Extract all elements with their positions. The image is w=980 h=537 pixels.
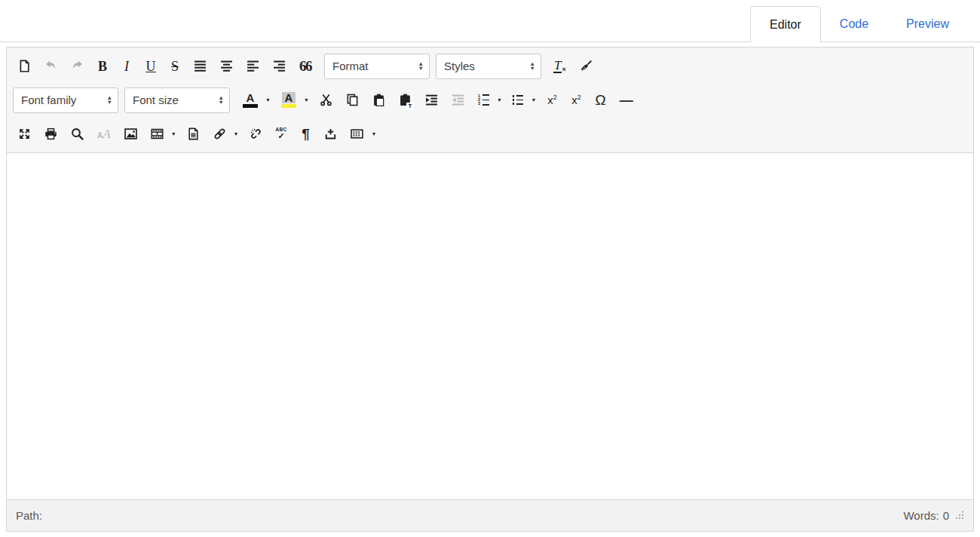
print-button[interactable] bbox=[40, 121, 62, 147]
chevron-updown-icon: ▲▼ bbox=[530, 62, 535, 71]
fullscreen-button[interactable] bbox=[14, 121, 35, 147]
broom-icon bbox=[580, 60, 593, 72]
toolbar-row-2: Font family ▲▼ Font size ▲▼ A ▼ A ▼ bbox=[11, 83, 969, 117]
media-menu-caret[interactable]: ▼ bbox=[171, 131, 176, 137]
redo-button[interactable] bbox=[66, 54, 88, 79]
align-center-icon bbox=[220, 60, 233, 72]
show-paragraph-marks-button[interactable]: ¶ bbox=[296, 121, 315, 147]
tab-preview[interactable]: Preview bbox=[887, 6, 968, 41]
paste-icon bbox=[372, 94, 385, 106]
unlink-icon bbox=[250, 127, 262, 140]
insert-tray-icon bbox=[324, 127, 337, 140]
chevron-updown-icon: ▲▼ bbox=[418, 62, 424, 71]
path-label: Path: bbox=[16, 509, 42, 522]
align-left-button[interactable] bbox=[242, 54, 264, 79]
new-document-button[interactable] bbox=[14, 54, 35, 79]
link-menu-caret[interactable]: ▼ bbox=[234, 131, 239, 137]
copy-button[interactable] bbox=[341, 87, 363, 113]
strikethrough-button[interactable]: S bbox=[165, 54, 185, 79]
words-value: 0 bbox=[943, 509, 949, 522]
highlight-color-menu-caret[interactable]: ▼ bbox=[304, 97, 309, 103]
unordered-list-menu-caret[interactable]: ▼ bbox=[531, 97, 536, 103]
outdent-button[interactable] bbox=[447, 87, 469, 113]
search-button[interactable] bbox=[66, 121, 88, 147]
align-right-button[interactable] bbox=[268, 54, 290, 79]
highlight-color-icon: A bbox=[281, 92, 296, 108]
blockquote-button[interactable]: 66 bbox=[295, 54, 316, 79]
format-select-value: Format bbox=[332, 60, 369, 72]
italic-button[interactable]: I bbox=[117, 54, 136, 79]
unordered-list-button[interactable] bbox=[508, 87, 528, 113]
align-center-button[interactable] bbox=[216, 54, 237, 79]
new-document-icon bbox=[18, 60, 31, 72]
styles-select[interactable]: Styles ▲▼ bbox=[436, 54, 541, 79]
toolbar-row-1: B I U S 66 Format ▲▼ Styles ▲▼ bbox=[11, 49, 969, 83]
link-icon bbox=[213, 127, 226, 140]
superscript-button[interactable]: x2 bbox=[566, 87, 586, 113]
align-justify-button[interactable] bbox=[189, 54, 211, 79]
font-size-select-value: Font size bbox=[133, 94, 179, 106]
redo-icon bbox=[71, 60, 84, 72]
cut-button[interactable] bbox=[315, 87, 337, 113]
subscript-icon: x2 bbox=[547, 94, 557, 106]
font-size-select[interactable]: Font size ▲▼ bbox=[124, 87, 230, 113]
styles-select-value: Styles bbox=[444, 60, 475, 72]
fonts-icon: A A bbox=[97, 128, 111, 140]
chevron-updown-icon: ▲▼ bbox=[107, 96, 112, 105]
print-icon bbox=[44, 127, 57, 140]
tab-code[interactable]: Code bbox=[821, 6, 887, 41]
resize-grip[interactable] bbox=[956, 511, 964, 520]
undo-button[interactable] bbox=[40, 54, 62, 79]
fullscreen-icon bbox=[18, 127, 31, 140]
align-left-icon bbox=[247, 60, 259, 72]
text-color-button[interactable]: A bbox=[238, 87, 262, 113]
paste-button[interactable] bbox=[368, 87, 390, 113]
editor-content[interactable] bbox=[7, 153, 973, 499]
paste-as-text-button[interactable]: T bbox=[394, 87, 416, 113]
undo-icon bbox=[44, 60, 57, 72]
ordered-list-icon: 1 2 3 bbox=[478, 94, 489, 106]
table-menu-caret[interactable]: ▼ bbox=[371, 131, 376, 137]
cleanup-button[interactable] bbox=[575, 54, 597, 79]
document-icon bbox=[187, 127, 200, 140]
insert-image-button[interactable] bbox=[120, 121, 142, 147]
highlight-color-button[interactable]: A bbox=[277, 87, 301, 113]
special-character-button[interactable]: Ω bbox=[590, 87, 610, 113]
view-tab-bar: Editor Code Preview bbox=[0, 0, 980, 42]
fonts-button[interactable]: A A bbox=[93, 121, 115, 147]
media-icon bbox=[151, 127, 164, 140]
toolbar-row-3: A A ▼ ▼ ABC bbox=[11, 117, 969, 151]
table-grid-icon bbox=[351, 127, 363, 140]
underline-button[interactable]: U bbox=[141, 54, 161, 79]
align-right-icon bbox=[273, 60, 286, 72]
unordered-list-icon bbox=[513, 95, 524, 105]
horizontal-rule-button[interactable]: — bbox=[615, 87, 638, 113]
ordered-list-button[interactable]: 1 2 3 bbox=[473, 87, 494, 113]
tab-editor[interactable]: Editor bbox=[750, 6, 821, 42]
bold-button[interactable]: B bbox=[93, 54, 112, 79]
resize-grip-icon bbox=[956, 511, 964, 520]
clear-formatting-icon: T × bbox=[553, 59, 566, 73]
text-color-icon: A bbox=[243, 92, 258, 108]
ordered-list-menu-caret[interactable]: ▼ bbox=[497, 97, 502, 103]
search-icon bbox=[71, 127, 84, 140]
clear-formatting-button[interactable]: T × bbox=[549, 54, 571, 79]
editor-toolbar: B I U S 66 Format ▲▼ Styles ▲▼ bbox=[7, 48, 973, 153]
spellcheck-button[interactable]: ABC ✓ bbox=[271, 121, 292, 147]
template-button[interactable] bbox=[182, 121, 204, 147]
copy-icon bbox=[346, 94, 359, 106]
unlink-button[interactable] bbox=[245, 121, 267, 147]
insert-media-button[interactable] bbox=[146, 121, 168, 147]
indent-button[interactable] bbox=[421, 87, 443, 113]
image-icon bbox=[124, 127, 137, 140]
table-button[interactable] bbox=[346, 121, 368, 147]
subscript-button[interactable]: x2 bbox=[542, 87, 562, 113]
chevron-updown-icon: ▲▼ bbox=[219, 96, 224, 105]
format-select[interactable]: Format ▲▼ bbox=[324, 54, 430, 79]
font-family-select[interactable]: Font family ▲▼ bbox=[13, 87, 118, 113]
outdent-icon bbox=[452, 94, 464, 106]
rich-text-editor: B I U S 66 Format ▲▼ Styles ▲▼ bbox=[6, 47, 974, 532]
insert-content-button[interactable] bbox=[320, 121, 341, 147]
insert-link-button[interactable] bbox=[209, 121, 231, 147]
text-color-menu-caret[interactable]: ▼ bbox=[265, 97, 271, 103]
